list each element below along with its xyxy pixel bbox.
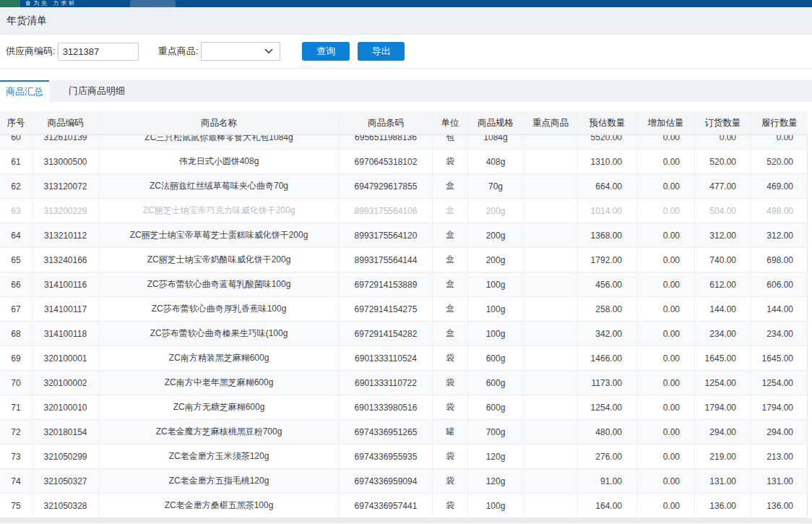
cell: 320100002 [33, 371, 99, 395]
cell: 1084g [468, 135, 524, 150]
cell: 0.00 [751, 135, 807, 150]
table-row[interactable]: 75321050328ZC老金磨方桑椹五黑茶100g6974336957441袋… [0, 494, 807, 518]
table-row[interactable]: 62313120072ZC法丽兹红丝绒草莓味夹心曲奇70g69479296178… [0, 174, 807, 199]
cell: ZC丽芝士纳宝帝草莓芝士蛋糕味威化饼干200g [99, 223, 340, 247]
table-row[interactable]: 60312610139ZC三只松鼠鼠你最棒零食大礼包1084g695651198… [0, 135, 807, 150]
cell: ZC法丽兹红丝绒草莓味夹心曲奇70g [99, 174, 340, 198]
cell: 1466.00 [578, 346, 637, 370]
cell: 100g [468, 297, 524, 321]
supplier-code-label: 供应商编码: [6, 45, 56, 58]
table-row[interactable]: 66314100116ZC莎布蕾软心曲奇蓝莓乳酸菌味100g6972914153… [0, 272, 807, 297]
cell: 612.00 [695, 272, 751, 296]
cell: 盒 [433, 248, 468, 272]
table-row[interactable]: 72320180154ZC老金魔方芝麻核桃黑豆粉700g697433695126… [0, 420, 807, 444]
cell: 313000500 [33, 150, 99, 173]
page-background-strip [0, 518, 812, 523]
cell: 600g [468, 346, 524, 370]
table-row[interactable]: 63313200229ZC丽芝士纳宝帝巧克力味威化饼干200g899317556… [0, 199, 807, 223]
cell: 6970645318102 [340, 150, 433, 173]
cell: 0.00 [637, 346, 695, 370]
cell: 盒 [433, 297, 468, 321]
cell: 6974336957441 [340, 494, 433, 517]
table-row[interactable]: 71320100010ZC南方无糖芝麻糊600g6901333980516袋60… [0, 395, 807, 420]
cell: 664.00 [578, 174, 637, 198]
cell: 1794.00 [695, 395, 751, 419]
cell: 0.00 [695, 135, 751, 150]
cell: 200g [468, 248, 524, 272]
cell [524, 150, 578, 173]
cell: 盒 [433, 174, 468, 198]
cell [524, 371, 578, 395]
column-header: 商品规格 [468, 111, 524, 134]
cell: 0.00 [637, 371, 695, 395]
table-row[interactable]: 68314100118ZC莎布蕾软心曲奇榛果生巧味(100g6972914154… [0, 322, 807, 346]
cell: 68 [0, 322, 33, 345]
cell: 314100118 [33, 322, 99, 345]
cell: 0.00 [637, 444, 695, 468]
cell: 740.00 [695, 248, 751, 272]
table-row[interactable]: 74321050327ZC老金磨方五指毛桃120g6974336959094袋1… [0, 469, 807, 494]
cell: 120g [468, 469, 524, 493]
cell: 312.00 [751, 223, 808, 247]
cell: 70g [468, 174, 524, 198]
cell: 314100117 [33, 297, 99, 321]
query-button[interactable]: 查询 [302, 42, 350, 61]
cell: 698.00 [751, 248, 808, 272]
cell: 120g [468, 444, 524, 468]
cell: 313240166 [33, 248, 99, 272]
tab-store-product-detail[interactable]: 门店商品明细 [49, 80, 144, 102]
cell: 1645.00 [751, 346, 808, 370]
cell: 100g [468, 272, 524, 296]
tab-product-summary[interactable]: 商品汇总 [0, 80, 49, 102]
cell: 袋 [433, 395, 468, 419]
cell: 1254.00 [695, 371, 751, 395]
cell: 袋 [433, 494, 468, 517]
cell: 294.00 [695, 420, 751, 444]
cell: 69 [0, 346, 33, 370]
cell [524, 297, 578, 321]
table-row[interactable]: 70320100002ZC南方中老年黑芝麻糊600g6901333110722袋… [0, 371, 807, 395]
cell: 294.00 [751, 420, 808, 444]
cell [524, 174, 578, 198]
table-row[interactable]: 64313210112ZC丽芝士纳宝帝草莓芝士蛋糕味威化饼干200g899317… [0, 223, 807, 248]
tab-bar: 商品汇总 门店商品明细 [0, 80, 812, 102]
cell: ZC老金磨方五指毛桃120g [99, 469, 340, 493]
cell: 456.00 [578, 272, 637, 296]
table-row[interactable]: 65313240166ZC丽芝士纳宝帝奶酪味威化饼干200g8993175564… [0, 248, 807, 272]
cell: 62 [0, 174, 33, 198]
cell: 0.00 [637, 199, 695, 223]
table-row[interactable]: 67314100117ZC莎布蕾软心曲奇厚乳香蕉味100g69729141542… [0, 297, 807, 322]
cell: 219.00 [695, 444, 751, 468]
cell: 321050299 [33, 444, 99, 468]
cell: 0.00 [637, 223, 695, 247]
cell: 8993175564106 [340, 199, 433, 223]
cell: 袋 [433, 371, 468, 395]
cell: ZC老金磨方玉米须茶120g [99, 444, 340, 468]
cell: 234.00 [695, 322, 751, 345]
cell: 480.00 [578, 420, 637, 444]
navbar-active-menu-item[interactable] [130, 0, 176, 7]
cell: ZC南方精装黑芝麻糊600g [99, 346, 340, 370]
export-button[interactable]: 导出 [358, 42, 405, 61]
cell [524, 272, 578, 296]
cell: 258.00 [578, 297, 637, 321]
cell: 1310.00 [578, 150, 637, 173]
table-row[interactable]: 61313000500伟龙日式小圆饼408g6970645318102袋408g… [0, 150, 807, 174]
cell [524, 199, 578, 223]
cell: 袋 [433, 150, 468, 173]
cell: 6956511988136 [340, 135, 433, 150]
cell: 6974336951265 [340, 420, 433, 444]
cell: 73 [0, 444, 33, 468]
cell: 伟龙日式小圆饼408g [99, 150, 340, 173]
logo-tagline: 食为先 力求鲜 [25, 0, 77, 7]
top-navbar: 食为先 力求鲜 [0, 0, 812, 7]
supplier-code-input[interactable] [58, 43, 139, 61]
key-product-select[interactable] [201, 42, 280, 61]
cell: 74 [0, 469, 33, 493]
cell: 200g [468, 199, 524, 223]
table-row[interactable]: 69320100001ZC南方精装黑芝麻糊600g6901333110524袋6… [0, 346, 807, 371]
cell: 144.00 [695, 297, 751, 321]
column-header: 订货数量 [695, 111, 751, 134]
cell: 312.00 [695, 223, 751, 247]
table-row[interactable]: 73321050299ZC老金磨方玉米须茶120g6974336955935袋1… [0, 444, 807, 469]
